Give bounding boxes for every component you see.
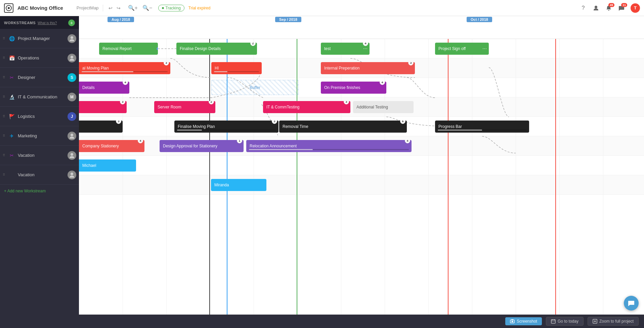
task-progress-bar[interactable]: Progress Bar — [435, 121, 529, 133]
svg-point-6 — [71, 153, 73, 156]
redo-button[interactable]: ↪ — [115, 5, 122, 11]
task-design-approval[interactable]: Design Approval for Stationery 1 — [160, 140, 244, 152]
month-aug: Aug / 2018 — [108, 17, 134, 22]
logo-icon — [4, 3, 13, 13]
task-additional-testing-label: Additional Testing — [356, 105, 388, 109]
task-finalise-moving-plan[interactable]: Finalise Moving Plan 3 — [174, 121, 278, 133]
task-server-room[interactable]: Server Room 2 — [154, 101, 215, 113]
task-details[interactable]: Details 4 — [79, 82, 129, 94]
undo-redo-group: ↩ ↪ — [107, 5, 122, 11]
designer-icon: ✂ — [8, 74, 15, 81]
task-it-bar1[interactable]: 3 — [79, 101, 127, 113]
logistics-label: Logistics — [18, 114, 65, 119]
drag-handle: ⠿ — [3, 114, 5, 118]
marketing-avatar — [68, 132, 76, 140]
sidebar-item-marketing[interactable]: ⠿ ✈ Marketing — [0, 126, 79, 146]
sidebar-item-logistics[interactable]: ⠿ 🚩 Logistics J — [0, 107, 79, 126]
drag-handle: ⠿ — [3, 56, 5, 60]
task-test-label: test — [324, 46, 331, 51]
task-finalise-design-details[interactable]: Finalise Design Details 2 — [176, 43, 257, 55]
vacation2-label: Vacation — [18, 172, 65, 178]
task-count-2b: 2 — [209, 101, 214, 104]
task-count-3e: 3 — [116, 121, 121, 124]
task-removal-time[interactable]: Removal Time 6 — [279, 121, 407, 133]
svg-rect-11 — [551, 320, 555, 323]
task-michael-vacation[interactable]: Michael — [79, 159, 136, 172]
svg-point-2 — [595, 6, 597, 8]
header-divider — [103, 5, 103, 11]
task-removal-report[interactable]: Removal Report — [99, 43, 158, 55]
zoom-out-button[interactable]: 🔍− — [140, 4, 154, 12]
task-count-1: 1 — [237, 140, 242, 143]
task-on-premise-finishes-label: On Premise finishes — [324, 85, 360, 90]
task-logistics-bar1[interactable]: 3 — [79, 121, 123, 133]
task-test[interactable]: test 4 ··· — [321, 43, 370, 55]
month-oct: Oct / 2018 — [467, 17, 492, 22]
screenshot-button[interactable]: Screenshot — [505, 317, 542, 325]
task-miranda-label: Miranda — [214, 183, 229, 187]
task-it-commtesting[interactable]: IT & CommTesting 3 — [263, 101, 350, 113]
svg-rect-10 — [511, 319, 513, 320]
tracking-badge[interactable]: Tracking — [158, 5, 184, 11]
task-dots: ··· — [363, 46, 368, 52]
sidebar-item-project-manager[interactable]: ⠿ 🌐 Project Manager — [0, 29, 79, 48]
undo-button[interactable]: ↩ — [107, 5, 114, 11]
add-workstream-link[interactable]: + Add new Workstream — [0, 185, 79, 197]
sidebar-item-designer[interactable]: ⠿ ✂ Designer S — [0, 68, 79, 87]
vacation2-avatar — [68, 171, 76, 179]
vacation1-icon: ✂ — [8, 152, 15, 159]
vacation2-icon — [8, 172, 15, 178]
task-miranda-vacation[interactable]: Miranda — [211, 179, 266, 191]
zoom-in-button[interactable]: 🔍+ — [126, 4, 140, 12]
messages-badge: 11 — [621, 3, 627, 7]
task-relocation-announcement[interactable]: Relocation Announcement 4 — [246, 140, 412, 152]
help-icon[interactable]: ? — [579, 4, 587, 12]
users-icon[interactable] — [592, 4, 600, 12]
it-avatar: M — [68, 93, 76, 101]
task-additional-testing[interactable]: Additional Testing — [353, 101, 414, 113]
gantt-row-vacation1: Michael — [79, 156, 644, 175]
task-project-sign-off[interactable]: Project Sign off ··· — [435, 43, 489, 55]
task-count-2: 2 — [250, 43, 256, 46]
task-count-3a: 3 — [164, 62, 169, 65]
trial-expired-label: Trial expired — [188, 6, 211, 10]
sidebar-item-vacation1[interactable]: ⠿ ✂ Vacation — [0, 146, 79, 165]
go-today-button[interactable]: Go to today — [546, 317, 584, 326]
task-count-3b: 3 — [408, 62, 414, 65]
screenshot-label: Screenshot — [517, 319, 537, 324]
what-is-this-link[interactable]: What is this? — [38, 21, 57, 25]
designer-label: Designer — [18, 75, 65, 80]
task-relocation-announcement-label: Relocation Announcement — [250, 144, 297, 148]
chat-bubble-button[interactable] — [624, 296, 639, 311]
header-right: ? 49 11 T — [579, 3, 640, 13]
task-hi[interactable]: HI — [211, 62, 262, 74]
task-initial-moving-plan[interactable]: al Moving Plan 3 — [79, 62, 170, 74]
app-logo-group: ABC Moving Office — [4, 3, 63, 13]
timeline-header: Aug / 2018 Sep / 2018 Oct / 2018 06-12 1… — [79, 16, 644, 39]
task-internal-preperation[interactable]: Internal Preperation 3 — [321, 62, 415, 74]
buffer-label: Buffer — [250, 85, 260, 90]
app-header: ABC Moving Office ProjectMap ↩ ↪ 🔍+ 🔍− T… — [0, 0, 644, 16]
notifications-icon[interactable]: 49 — [605, 4, 612, 12]
task-company-stationery[interactable]: Company Stationery 4 — [79, 140, 144, 152]
tracking-label: Tracking — [165, 6, 181, 10]
zoom-full-button[interactable]: Zoom to full project — [588, 317, 639, 326]
sidebar-item-operations[interactable]: ⠿ 📅 Operations — [0, 48, 79, 68]
marketing-label: Marketing — [18, 133, 65, 139]
app-title: ABC Moving Office — [17, 5, 63, 11]
add-workstream-button[interactable]: + — [68, 19, 75, 26]
gantt-row-project-manager: Removal Report Finalise Design Details 2… — [79, 39, 644, 58]
gantt-row-operations: al Moving Plan 3 HI Internal Preperation… — [79, 58, 644, 78]
operations-label: Operations — [18, 55, 65, 61]
marketing-icon: ✈ — [8, 133, 15, 139]
messages-icon[interactable]: 11 — [618, 4, 625, 12]
logistics-avatar: J — [68, 112, 76, 121]
sidebar-item-vacation2[interactable]: ⠿ Vacation — [0, 165, 79, 185]
svg-point-1 — [8, 7, 10, 9]
gantt-row-marketing: Company Stationery 4 Design Approval for… — [79, 136, 644, 156]
drag-handle: ⠿ — [3, 173, 5, 177]
user-avatar[interactable]: T — [631, 3, 640, 13]
task-on-premise-finishes[interactable]: On Premise finishes 4 — [321, 82, 386, 94]
sidebar-item-it-communication[interactable]: ⠿ 🔬 IT & Communication M — [0, 87, 79, 107]
gantt-row-it-communication: 3 Server Room 2 IT & CommTesting 3 Addit… — [79, 97, 644, 117]
